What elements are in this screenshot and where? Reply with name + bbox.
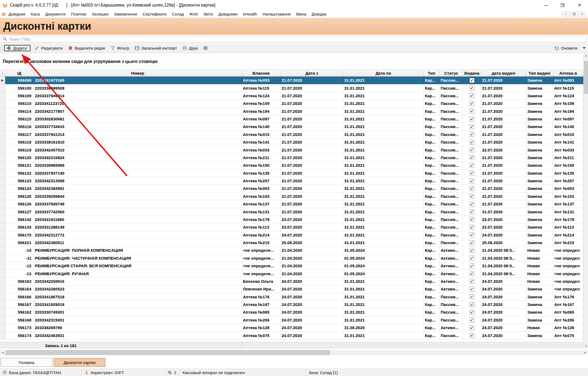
table-row[interactable]: 5561672203341929018Аптека №16724.07.2020… [0,301,583,308]
menu-item-0[interactable]: Довідник [6,10,28,18]
table-row[interactable]: 5561642203342260523Левченко Ири...24.07.… [0,285,583,293]
issued-checkbox[interactable]: ✓ [470,194,474,199]
table-row[interactable]: 5561242203342384991Аптека №00321.07.2020… [0,185,583,192]
issued-checkbox[interactable]: ✓ [470,186,474,191]
issued-checkbox[interactable]: ✓ [470,256,474,260]
table-row[interactable]: 5561252203339259844Аптека №15321.07.2020… [0,193,583,200]
grid-corner-button[interactable]: ⁝ [0,70,5,77]
table-row[interactable]: 5561162203337734633Аптека №14021.07.2020… [0,123,583,131]
table-row[interactable]: -13РЕИМБУРСАЦИЯ: РУЧНАЯ<не определе...21… [0,270,583,277]
issued-checkbox[interactable]: ✓ [470,317,474,322]
menu-item-1[interactable]: Каса [28,10,42,18]
issued-checkbox[interactable]: ✓ [470,202,474,207]
tab-home[interactable]: Головна [1,358,52,367]
issued-checkbox[interactable]: ✓ [470,155,474,160]
minimize-button[interactable]: – [537,0,554,10]
column-header-pharmacy[interactable]: Аптека в [553,70,583,77]
column-header-issued[interactable]: Видана [463,70,481,77]
table-row[interactable]: 5561272203337742560Аптека №13121.07.2020… [0,208,583,216]
restore-button[interactable] [554,0,571,10]
toolbar-overflow-chevron-icon[interactable] [583,47,586,49]
issued-checkbox[interactable]: ✓ [470,271,474,276]
column-header-issue_date[interactable]: дата видачі [481,70,526,77]
table-row[interactable]: -10РЕИМБУРСАЦИЯ: ПОЛНАЯ КОМПЕНСАЦИЯ<не о… [0,247,583,254]
column-header-id[interactable]: ІД [5,70,34,77]
issued-checkbox[interactable]: ✓ [470,117,474,122]
issued-checkbox[interactable]: ✓ [470,287,474,292]
issued-checkbox[interactable]: ✓ [470,240,474,245]
menu-item-11[interactable]: eHealth [240,10,260,18]
add-button[interactable]: Додати [4,45,31,51]
table-row[interactable]: 5561622203330745001Аптека №06524.07.2020… [0,308,583,316]
menu-item-12[interactable]: Налаштування [260,10,294,18]
search-input[interactable]: Поиск (Tab) [1,36,587,43]
table-row[interactable]: 5561232203342313588Аптека №20721.07.2020… [0,177,583,185]
menu-item-13[interactable]: Вікна [294,10,309,18]
column-header-type[interactable]: Тип [424,70,440,77]
issued-checkbox[interactable]: ✓ [470,248,474,253]
menu-item-7[interactable]: Склад [169,10,187,18]
table-row[interactable]: -12РЕИМБУРСАЦИЯ СТАРАЯ: ВСЯ КОМПЕНСАЦИЯ<… [0,262,583,270]
column-header-issue_type[interactable]: Тип видачі [526,70,553,77]
refresh-button[interactable]: Оновити [552,45,580,51]
issued-checkbox[interactable]: ✓ [470,109,474,114]
print-button[interactable]: Друк [180,45,200,51]
issued-checkbox[interactable]: ✓ [470,93,474,98]
table-row[interactable]: 5561422203341911860Аптека №17823.07.2020… [0,216,583,223]
scroll-down-arrow-icon[interactable]: ▼ [584,344,588,349]
issued-checkbox[interactable]: ✓ [470,78,474,83]
issued-checkbox[interactable]: ✓ [470,325,474,330]
tab-discount-cards[interactable]: Дисконтні картки [54,358,105,367]
scroll-up-arrow-icon[interactable]: ▲ [584,53,588,58]
issued-checkbox[interactable]: ✓ [470,225,474,230]
column-header-number[interactable]: Номер [34,70,242,77]
horizontal-scrollbar[interactable]: ◄ ► [0,350,588,355]
table-row[interactable]: 5561182203338161810Аптека №14121.07.2020… [0,138,583,146]
filter-button[interactable]: Фільтр [108,45,132,51]
issued-checkbox[interactable]: ✓ [470,171,474,175]
table-row[interactable]: 5561002203336599509Аптека №11521.07.2020… [0,84,583,92]
issued-checkbox[interactable]: ✓ [470,178,474,183]
issued-checkbox[interactable]: ✓ [470,263,474,268]
issued-checkbox[interactable]: ✓ [470,217,474,222]
menu-item-3[interactable]: Платежі [68,10,89,18]
menu-item-6[interactable]: Сертифікати [140,10,169,18]
table-row[interactable]: 5561742203342463931Аптека №07524.07.2020… [0,332,583,339]
column-header-status[interactable]: Статус [440,70,463,77]
table-row[interactable]: 5561632203342259916Босенко Ольга24.07.20… [0,278,583,285]
table-row[interactable]: -11РЕИМБУРСАЦИЯ: ЧАСТИЧНАЯ КОМПЕНСАЦИЯ<н… [0,254,583,262]
table-row[interactable]: 5562212203342380511Аптека №21525.08.2020… [0,239,583,247]
issued-checkbox[interactable]: ✓ [470,302,474,307]
close-button[interactable]: × [571,0,588,10]
mdi-close-button[interactable]: × [578,11,586,17]
menu-item-8[interactable]: Філії [187,10,200,18]
export-button[interactable]: Загальний експорт [132,45,179,51]
columns-button[interactable] [201,45,210,51]
issued-checkbox[interactable]: ✓ [470,86,474,90]
issued-checkbox[interactable]: ✓ [470,147,474,152]
table-row[interactable]: 5561222203337937140Аптека №13521.07.2020… [0,169,583,177]
table-row[interactable]: ▶5560992203341973165Аптека №09321.07.202… [0,77,583,84]
table-row[interactable]: 5561202203342316824Аптека №21121.07.2020… [0,154,583,162]
table-row[interactable]: 556173203338269790Аптека №12824.07.20203… [0,324,583,332]
table-row[interactable]: 5561752203342312772Аптека №21424.07.2020… [0,231,583,239]
vertical-scrollbar-thumb[interactable] [584,61,588,94]
vertical-scrollbar[interactable]: ▲ ▼ [583,53,588,349]
table-row[interactable]: 5561172203337941314Аптека №01521.07.2020… [0,131,583,138]
edit-button[interactable]: Редагувати [32,45,65,51]
table-row[interactable]: 5561212203338965968Аптека №15021.07.2020… [0,162,583,169]
menu-item-9[interactable]: Звіти [200,10,216,18]
toolbar-grip[interactable] [1,45,2,51]
menu-item-10[interactable]: Довідники [216,10,240,18]
menu-item-14[interactable]: Довідка [309,10,329,18]
table-row[interactable]: 5561192203342457510Аптека №03321.07.2020… [0,146,583,154]
mdi-restore-button[interactable] [570,11,578,17]
issued-checkbox[interactable]: ✓ [470,232,474,237]
scroll-left-arrow-icon[interactable]: ◄ [0,350,5,355]
menu-item-4[interactable]: Залишки [89,10,111,18]
issued-checkbox[interactable]: ✓ [470,132,474,137]
issued-checkbox[interactable]: ✓ [470,124,474,129]
issued-checkbox[interactable]: ✓ [470,294,474,299]
mdi-minimize-button[interactable]: – [562,11,569,17]
table-row[interactable]: 5561152203302830681Аптека №09721.07.2020… [0,115,583,123]
